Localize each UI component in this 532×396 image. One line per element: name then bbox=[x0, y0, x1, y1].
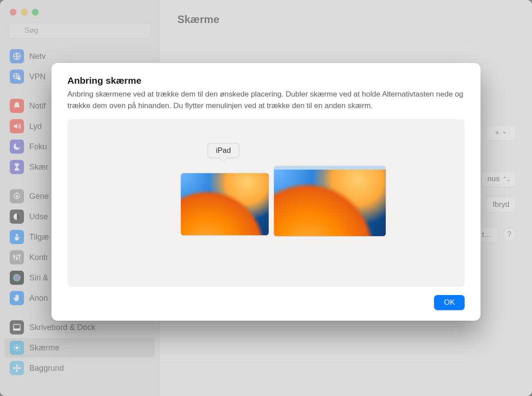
menubar-indicator bbox=[274, 166, 386, 170]
display-tooltip: iPad bbox=[207, 143, 239, 158]
arrange-displays-dialog: Anbring skærme Anbring skærmene ved at t… bbox=[51, 63, 481, 321]
dialog-footer: OK bbox=[67, 287, 465, 310]
dialog-title: Anbring skærme bbox=[67, 75, 465, 86]
wallpaper-thumb bbox=[181, 173, 269, 235]
dialog-description: Anbring skærmene ved at trække dem til d… bbox=[67, 89, 465, 111]
arrange-area[interactable]: iPad bbox=[67, 119, 465, 287]
wallpaper-thumb bbox=[274, 170, 386, 236]
ok-button[interactable]: OK bbox=[434, 295, 465, 310]
display-thumb-main[interactable] bbox=[274, 166, 386, 236]
display-tooltip-label: iPad bbox=[216, 146, 231, 155]
system-settings-window: NetvVPNNotifLydFokuSkærGeneUdseTilgæKont… bbox=[0, 0, 532, 396]
display-thumb-ipad[interactable] bbox=[181, 173, 269, 235]
